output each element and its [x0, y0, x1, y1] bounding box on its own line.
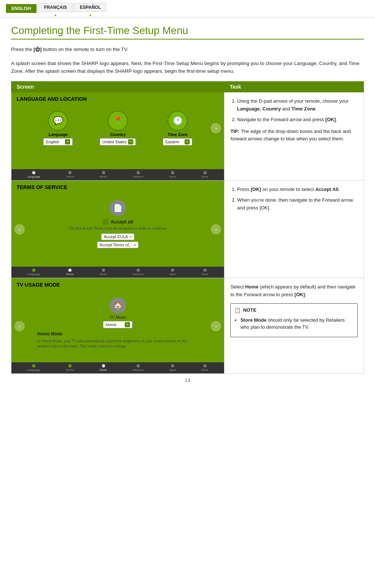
tv-mode-dropdown[interactable]: Home + [103, 321, 133, 328]
terms-doc-icon: 📄 [110, 200, 126, 216]
country-icon: 📍 [108, 111, 128, 131]
task-item-1-1: Using the D-pad arrows of your remote, c… [237, 98, 358, 113]
country-plus[interactable]: + [128, 139, 133, 144]
accept-eula-plus[interactable]: + [130, 235, 132, 239]
step-dot-network-3 [137, 364, 140, 368]
step-done: Done [202, 171, 209, 178]
screen-mockup-2: TERMS OF SERVICE ‹ 📄 Accept all The EULA [11, 181, 224, 278]
accept-note: The EULA and Terms must be accepted in o… [68, 226, 167, 230]
screen-title-3: TV USAGE MODE [11, 278, 224, 288]
step-dot-input [171, 171, 174, 174]
step-dot-language [32, 171, 35, 174]
step-terms-2: Terms [66, 269, 74, 276]
step-dot-terms-2 [68, 269, 72, 272]
language-plus[interactable]: + [65, 139, 70, 144]
table-row: LANGUAGE AND LOCATION 💬 Language [11, 92, 364, 180]
language-icon-group: 💬 Language English + [43, 111, 73, 146]
accept-all-checkbox[interactable] [103, 219, 109, 225]
task-item-1-2: Navigate to the Forward arrow and press … [237, 116, 358, 124]
screen-title-2: TERMS OF SERVICE [11, 181, 224, 190]
main-content: Completing the First-Time Setup Menu Pre… [0, 17, 375, 394]
step-language-2: Language [27, 269, 41, 276]
bottom-nav-1: Language Terms Mode [11, 169, 224, 180]
screen-title-1: LANGUAGE AND LOCATION [11, 92, 224, 102]
language-tabs: ENGLISH FRANÇAIS ESPAÑOL [0, 0, 375, 17]
task-list-1: Using the D-pad arrows of your remote, c… [237, 98, 358, 123]
step-mode-3: Mode [100, 364, 107, 372]
home-mode-description: Home Mode In Home Mode, your TV will aut… [34, 331, 202, 349]
note-header-3: 📋 NOTE [234, 307, 354, 314]
tab-divider-2 [73, 4, 73, 13]
step-mode: Mode [100, 171, 107, 178]
accept-terms-plus[interactable]: + [134, 243, 136, 247]
timezone-icon-group: 🕐 Time Zone Eastern + [163, 111, 192, 146]
timezone-dropdown[interactable]: Eastern + [163, 138, 192, 146]
step-input-3: Input [169, 364, 176, 372]
accept-all-label: Accept all [111, 219, 133, 225]
task-item-2-2: When you're done, then navigate to the F… [237, 196, 358, 212]
task-cell-3: Select Home (which appears by default) a… [224, 278, 364, 373]
step-input-2: Input [169, 269, 176, 276]
task-intro-3: Select Home (which appears by default) a… [230, 283, 358, 299]
note-box-3: 📋 NOTE Store Mode should only be selecte… [230, 303, 358, 337]
step-dot-network [137, 171, 140, 174]
language-dropdown[interactable]: English + [43, 138, 73, 146]
screen-content-1: 💬 Language English + 📍 [11, 106, 224, 168]
tv-mode-plus[interactable]: + [125, 322, 130, 327]
task-list-2: Press [OK] on your remote to select Acce… [237, 186, 358, 212]
tab-divider-1 [37, 4, 38, 13]
step-terms: Terms [66, 171, 74, 178]
language-icon: 💬 [48, 111, 68, 131]
accept-eula-btn[interactable]: Accept EULA + [101, 233, 134, 240]
step-dot-input-3 [171, 364, 174, 368]
back-arrow-2[interactable]: ‹ [14, 224, 25, 235]
step-dot-language-2 [32, 269, 35, 272]
task-item-2-1: Press [OK] on your remote to select Acce… [237, 186, 358, 194]
tv-mode-label: TV Mode [110, 315, 126, 319]
note-icon: 📋 [234, 307, 241, 314]
screen-cell-3: TV USAGE MODE ‹ 🏠 TV Mode Home + [11, 278, 224, 373]
screen-cell-2: TERMS OF SERVICE ‹ 📄 Accept all The EULA [11, 180, 224, 278]
task-cell-2: Press [OK] on your remote to select Acce… [224, 180, 364, 278]
tab-english[interactable]: ENGLISH [6, 4, 37, 13]
table-row: TV USAGE MODE ‹ 🏠 TV Mode Home + [11, 278, 364, 373]
step-dot-mode-3 [102, 364, 105, 368]
note-item-3-1: Store Mode should only be selected by Re… [240, 317, 354, 331]
forward-arrow-1[interactable]: › [211, 123, 221, 133]
task-tip-1: TIP: The edge of the drop-down boxes and… [230, 128, 358, 142]
step-dot-done-3 [203, 364, 207, 368]
screen-content-2: ‹ 📄 Accept all The EULA and Terms must b… [11, 194, 224, 265]
tab-espanol[interactable]: ESPAÑOL [74, 3, 106, 12]
accept-all-row: Accept all [103, 219, 133, 225]
tv-mode-content: 🏠 TV Mode Home + Home Mode In Home Mode,… [11, 295, 224, 351]
terms-content: 📄 Accept all The EULA and Terms must be … [11, 198, 224, 252]
screen-mockup-1: LANGUAGE AND LOCATION 💬 Language [11, 92, 224, 180]
screen-mockup-3: TV USAGE MODE ‹ 🏠 TV Mode Home + [11, 278, 224, 373]
col-task: Task [224, 81, 364, 92]
step-network-2: Network [133, 269, 143, 276]
step-mode-2: Mode [100, 269, 107, 276]
step-dot-network-2 [137, 269, 140, 272]
step-dot-terms-3 [68, 364, 72, 368]
step-language-3: Language [27, 364, 41, 372]
tab-francais[interactable]: FRANÇAIS [38, 3, 72, 12]
accept-terms-btn[interactable]: Accept Terms of... + [97, 242, 138, 248]
step-dot-terms [68, 171, 72, 174]
step-dot-mode [102, 171, 105, 174]
setup-table: Screen Task LANGUAGE AND LOCATION [11, 81, 364, 374]
home-icon: 🏠 [110, 297, 126, 314]
step-input: Input [169, 171, 176, 178]
country-dropdown[interactable]: United States + [100, 138, 136, 146]
forward-arrow-2[interactable]: › [211, 224, 221, 235]
screen-content-3: ‹ 🏠 TV Mode Home + Home Mode [11, 291, 224, 361]
step-dot-done-2 [203, 269, 207, 272]
step-done-3: Done [202, 364, 209, 372]
lang-loc-icons: 💬 Language English + 📍 [11, 109, 224, 147]
back-arrow-3[interactable]: ‹ [14, 321, 25, 331]
country-icon-group: 📍 Country United States + [100, 111, 136, 146]
bottom-nav-2: Language Terms Mode [11, 267, 224, 278]
step-dot-input-2 [171, 269, 174, 272]
timezone-plus[interactable]: + [185, 139, 190, 144]
step-dot-language-3 [32, 364, 35, 368]
forward-arrow-3[interactable]: › [211, 321, 221, 331]
